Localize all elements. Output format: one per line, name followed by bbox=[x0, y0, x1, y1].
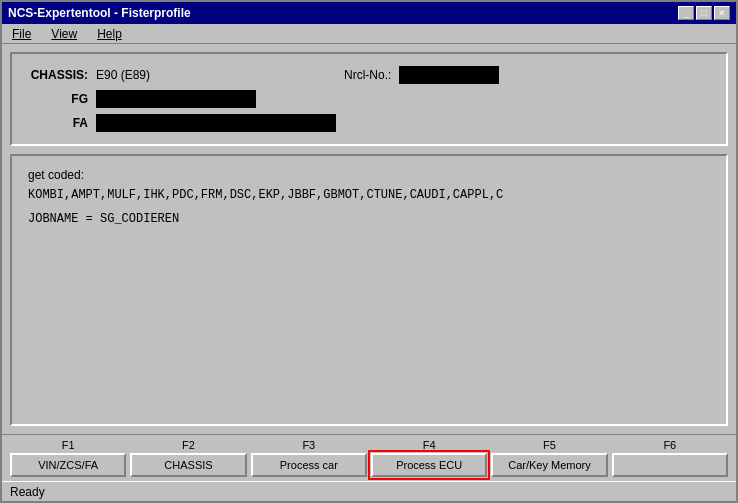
window-title: NCS-Expertentool - Fisterprofile bbox=[8, 6, 191, 20]
nrcl-label: Nrcl-No.: bbox=[344, 68, 391, 82]
fn-button-f4[interactable]: Process ECU bbox=[371, 453, 487, 477]
menu-file[interactable]: File bbox=[6, 26, 37, 41]
minimize-button[interactable]: _ bbox=[678, 6, 694, 20]
info-panel: CHASSIS: E90 (E89) Nrcl-No.: FG FA bbox=[10, 52, 728, 146]
fn-key-bar: F1VIN/ZCS/FAF2CHASSISF3Process carF4Proc… bbox=[2, 434, 736, 481]
fn-group-6: F6 bbox=[612, 439, 728, 477]
chassis-value: E90 (E89) bbox=[96, 68, 216, 82]
fa-value-box bbox=[96, 114, 336, 132]
code-panel: get coded: KOMBI,AMPT,MULF,IHK,PDC,FRM,D… bbox=[10, 154, 728, 426]
fn-button-f1[interactable]: VIN/ZCS/FA bbox=[10, 453, 126, 477]
fn-label-3: F3 bbox=[302, 439, 315, 451]
fn-group-3: F3Process car bbox=[251, 439, 367, 477]
nrcl-value-box bbox=[399, 66, 499, 84]
code-list: KOMBI,AMPT,MULF,IHK,PDC,FRM,DSC,EKP,JBBF… bbox=[28, 188, 710, 202]
fn-group-1: F1VIN/ZCS/FA bbox=[10, 439, 126, 477]
close-button[interactable]: ✕ bbox=[714, 6, 730, 20]
maximize-button[interactable]: □ bbox=[696, 6, 712, 20]
fn-label-2: F2 bbox=[182, 439, 195, 451]
fg-label: FG bbox=[28, 92, 88, 106]
main-window: NCS-Expertentool - Fisterprofile _ □ ✕ F… bbox=[0, 0, 738, 503]
status-text: Ready bbox=[10, 485, 45, 499]
main-content: CHASSIS: E90 (E89) Nrcl-No.: FG FA bbox=[2, 44, 736, 434]
fn-group-5: F5Car/Key Memory bbox=[491, 439, 607, 477]
menu-bar: File View Help bbox=[2, 24, 736, 44]
title-bar: NCS-Expertentool - Fisterprofile _ □ ✕ bbox=[2, 2, 736, 24]
fn-label-5: F5 bbox=[543, 439, 556, 451]
fn-button-f3[interactable]: Process car bbox=[251, 453, 367, 477]
fn-label-1: F1 bbox=[62, 439, 75, 451]
fn-button-f6 bbox=[612, 453, 728, 477]
status-bar: Ready bbox=[2, 481, 736, 501]
fn-button-f5[interactable]: Car/Key Memory bbox=[491, 453, 607, 477]
fa-label: FA bbox=[28, 116, 88, 130]
code-title: get coded: bbox=[28, 168, 710, 182]
jobname-text: JOBNAME = SG_CODIEREN bbox=[28, 212, 710, 226]
fg-value-box bbox=[96, 90, 256, 108]
menu-help[interactable]: Help bbox=[91, 26, 128, 41]
menu-view[interactable]: View bbox=[45, 26, 83, 41]
fn-label-6: F6 bbox=[663, 439, 676, 451]
chassis-label: CHASSIS: bbox=[28, 68, 88, 82]
fn-label-4: F4 bbox=[423, 439, 436, 451]
window-controls: _ □ ✕ bbox=[678, 6, 730, 20]
fn-group-2: F2CHASSIS bbox=[130, 439, 246, 477]
fn-button-f2[interactable]: CHASSIS bbox=[130, 453, 246, 477]
fn-group-4: F4Process ECU bbox=[371, 439, 487, 477]
